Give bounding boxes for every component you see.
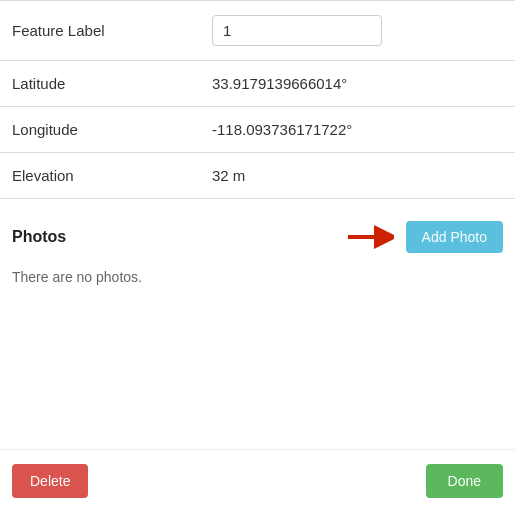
done-button[interactable]: Done — [426, 464, 503, 498]
arrow-icon — [346, 223, 394, 251]
latitude-value-cell: 33.9179139666014° — [200, 61, 515, 107]
longitude-label: Longitude — [12, 121, 78, 138]
elevation-label-cell: Elevation — [0, 153, 200, 199]
longitude-label-cell: Longitude — [0, 107, 200, 153]
main-page: Feature Label Latitude 33.9179139666014°… — [0, 0, 515, 512]
feature-label-cell: Feature Label — [0, 1, 200, 61]
feature-label-text: Feature Label — [12, 22, 105, 39]
table-row-latitude: Latitude 33.9179139666014° — [0, 61, 515, 107]
no-photos-text: There are no photos. — [12, 265, 503, 289]
table-row-longitude: Longitude -118.093736171722° — [0, 107, 515, 153]
feature-label-input[interactable] — [212, 15, 382, 46]
elevation-value: 32 m — [212, 167, 245, 184]
footer: Delete Done — [0, 449, 515, 512]
photos-header: Photos Add Photo — [12, 221, 503, 253]
properties-table: Feature Label Latitude 33.9179139666014°… — [0, 0, 515, 199]
add-photo-button[interactable]: Add Photo — [406, 221, 503, 253]
latitude-label-cell: Latitude — [0, 61, 200, 107]
elevation-value-cell: 32 m — [200, 153, 515, 199]
photos-section: Photos Add Photo There are no photos. — [0, 209, 515, 297]
latitude-value: 33.9179139666014° — [212, 75, 347, 92]
table-row-feature-label: Feature Label — [0, 1, 515, 61]
longitude-value: -118.093736171722° — [212, 121, 352, 138]
longitude-value-cell: -118.093736171722° — [200, 107, 515, 153]
photos-title: Photos — [12, 228, 66, 246]
photos-header-right: Add Photo — [346, 221, 503, 253]
feature-label-input-cell — [200, 1, 515, 61]
elevation-label: Elevation — [12, 167, 74, 184]
delete-button[interactable]: Delete — [12, 464, 88, 498]
table-row-elevation: Elevation 32 m — [0, 153, 515, 199]
latitude-label: Latitude — [12, 75, 65, 92]
